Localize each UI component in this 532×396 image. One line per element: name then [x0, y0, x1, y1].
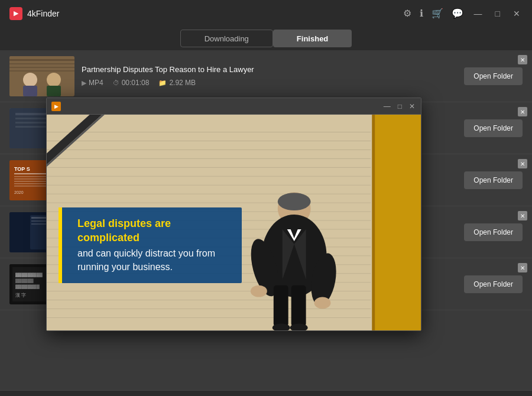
item-meta: ▶ MP4 ⏱ 00:01:08 📁 2.92 MB [82, 79, 457, 87]
svg-rect-73 [291, 285, 306, 327]
open-folder-button[interactable]: Open Folder [464, 67, 523, 85]
video-minimize-button[interactable]: — [382, 102, 392, 111]
close-item-button[interactable]: ✕ [518, 107, 527, 116]
tab-finished[interactable]: Finished [273, 30, 352, 47]
svg-rect-1 [9, 59, 74, 61]
svg-rect-21 [14, 186, 47, 187]
close-item-button[interactable]: ✕ [518, 211, 527, 220]
tab-downloading[interactable]: Downloading [180, 30, 273, 47]
overlay-text-line2: and can quickly distract you fromrunning… [77, 247, 230, 274]
size-meta: 📁 2.92 MB [158, 79, 196, 87]
format-meta: ▶ MP4 [82, 79, 103, 87]
duration-meta: ⏱ 00:01:08 [113, 79, 150, 87]
info-icon[interactable]: ℹ [420, 8, 423, 19]
svg-point-7 [47, 73, 61, 87]
svg-point-63 [278, 193, 311, 210]
folder-icon: 📁 [158, 79, 167, 87]
svg-rect-17 [14, 176, 47, 177]
svg-rect-4 [9, 70, 74, 72]
svg-rect-0 [9, 56, 74, 96]
title-bar-left: 4kFinder [9, 7, 59, 20]
accent-bar [59, 207, 62, 283]
svg-rect-16 [14, 173, 47, 174]
svg-point-70 [251, 285, 267, 297]
clock-icon: ⏱ [113, 79, 119, 86]
app-title: 4kFinder [27, 9, 59, 18]
chat-icon[interactable]: 💬 [452, 8, 463, 19]
app-logo [9, 7, 22, 20]
video-close-button[interactable]: ✕ [408, 102, 416, 111]
tab-bar: Downloading Finished [0, 27, 532, 50]
svg-rect-20 [14, 183, 47, 184]
svg-rect-3 [9, 67, 74, 68]
video-win-buttons: — □ ✕ [382, 102, 416, 111]
settings-icon[interactable]: ⚙ [403, 8, 411, 19]
svg-rect-8 [47, 86, 61, 96]
svg-text:▓▓▓▓▓▓▓▓▓: ▓▓▓▓▓▓▓▓▓ [15, 272, 43, 277]
video-icon: ▶ [82, 79, 86, 87]
title-bar: 4kFinder ⚙ ℹ 🛒 💬 — □ ✕ [0, 0, 532, 27]
overlay-text-line1: Legal disputes are complicated [77, 217, 230, 245]
video-background: Legal disputes are complicated and can q… [47, 115, 421, 330]
list-item: Partnership Disputes Top Reason to Hire … [0, 50, 532, 102]
open-folder-button[interactable]: Open Folder [464, 275, 523, 293]
svg-rect-13 [15, 126, 51, 128]
svg-rect-18 [14, 178, 47, 180]
cart-icon[interactable]: 🛒 [432, 8, 443, 19]
close-item-button[interactable]: ✕ [518, 263, 527, 272]
open-folder-button[interactable]: Open Folder [464, 119, 523, 137]
svg-text:2020: 2020 [14, 190, 24, 194]
svg-text:TOP S: TOP S [14, 166, 30, 172]
status-bar: 20 Items [0, 390, 532, 396]
maximize-button[interactable]: □ [493, 8, 502, 20]
svg-rect-72 [274, 285, 288, 327]
video-player-icon: ▶ [51, 102, 61, 111]
minimize-button[interactable]: — [472, 8, 485, 20]
item-thumbnail [9, 56, 74, 96]
content-area: Partnership Disputes Top Reason to Hire … [0, 50, 532, 390]
title-bar-right: ⚙ ℹ 🛒 💬 — □ ✕ [403, 8, 523, 20]
item-title: Partnership Disputes Top Reason to Hire … [82, 65, 457, 74]
item-info: Partnership Disputes Top Reason to Hire … [82, 65, 457, 87]
svg-point-5 [23, 73, 37, 87]
close-button[interactable]: ✕ [511, 8, 523, 20]
open-folder-button[interactable]: Open Folder [464, 223, 523, 241]
svg-text:▓▓▓▓▓▓: ▓▓▓▓▓▓ [15, 278, 34, 283]
open-folder-button[interactable]: Open Folder [464, 171, 523, 189]
video-text-overlay: Legal disputes are complicated and can q… [59, 207, 242, 283]
video-title-bar: ▶ — □ ✕ [47, 98, 421, 115]
svg-text:▓▓▓▓▓▓▓▓: ▓▓▓▓▓▓▓▓ [15, 284, 40, 289]
svg-rect-19 [14, 181, 47, 182]
svg-rect-2 [9, 63, 74, 64]
svg-rect-57 [374, 115, 421, 330]
svg-text:漢 字: 漢 字 [15, 293, 26, 298]
svg-point-71 [314, 297, 331, 309]
svg-rect-58 [372, 115, 375, 330]
video-content: Legal disputes are complicated and can q… [47, 115, 421, 330]
video-maximize-button[interactable]: □ [397, 102, 403, 111]
video-overlay: ▶ — □ ✕ [46, 98, 421, 331]
close-item-button[interactable]: ✕ [518, 55, 527, 64]
svg-rect-6 [23, 86, 37, 96]
close-item-button[interactable]: ✕ [518, 159, 527, 168]
